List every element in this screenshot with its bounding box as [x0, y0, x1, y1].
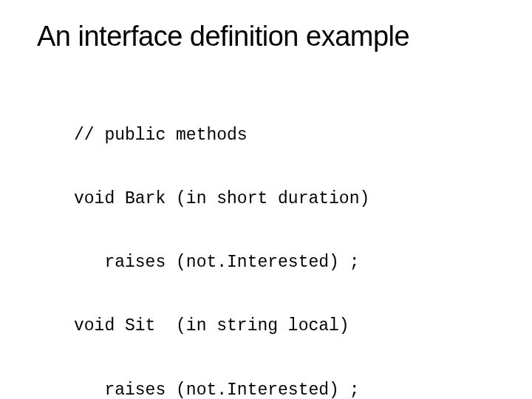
code-method-sit: void Sit (in string local) — [74, 316, 495, 337]
code-comment: // public methods — [74, 125, 495, 146]
code-raises-sit: raises (not.Interested) ; — [74, 380, 495, 400]
slide-container: An interface definition example // publi… — [0, 0, 532, 399]
code-raises-bark: raises (not.Interested) ; — [74, 252, 495, 273]
slide-title: An interface definition example — [37, 21, 495, 52]
code-method-bark: void Bark (in short duration) — [74, 188, 495, 210]
code-block: // public methods void Bark (in short du… — [74, 82, 495, 399]
